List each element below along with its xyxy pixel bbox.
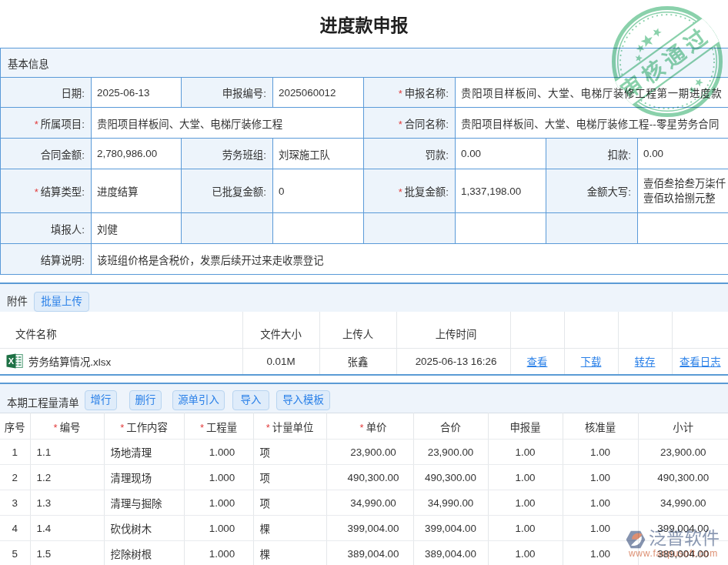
svg-text:审核通过: 审核通过 [616, 22, 716, 104]
svg-text:X: X [8, 356, 15, 366]
